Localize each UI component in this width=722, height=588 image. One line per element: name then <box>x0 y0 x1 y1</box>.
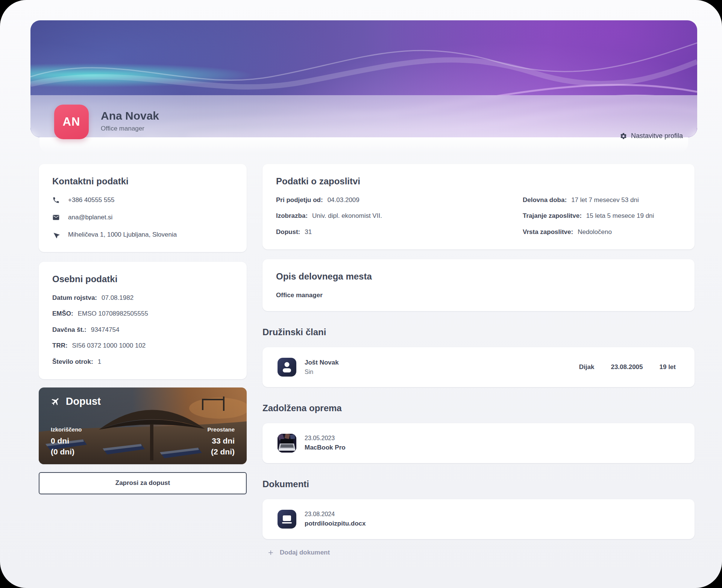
document-glyph <box>278 510 296 529</box>
add-document-label: Dodaj dokument <box>280 549 330 556</box>
employment-right: Delovna doba: 17 let 7 mesecev 53 dni Tr… <box>523 196 681 237</box>
equipment-name: MacBook Pro <box>305 444 346 451</box>
personal-field: TRR: SI56 0372 1000 1000 102 <box>52 342 233 349</box>
field-value: 15 leta 5 mesece 19 dni <box>586 212 654 220</box>
avatar-initials: AN <box>63 115 80 129</box>
employment-field: Trajanje zaposlitve: 15 leta 5 mesece 19… <box>523 212 681 220</box>
document-row[interactable]: 23.08.2024 potrdilooizpitu.docx <box>262 499 695 539</box>
equipment-row[interactable]: 23.05.2023 MacBook Pro <box>262 423 695 463</box>
person-icon <box>278 358 296 377</box>
equipment-main: 23.05.2023 MacBook Pro <box>305 435 346 451</box>
vacation-remaining-days: 33 dni <box>207 436 235 447</box>
job-description-card: Opis delovnega mesta Office manager <box>262 259 695 311</box>
family-member-status: Dijak <box>579 363 595 371</box>
personal-field: Davčna št.: 93474754 <box>52 326 233 334</box>
employment-grid: Pri podjetju od: 04.03.2009 Izobrazba: U… <box>276 196 681 237</box>
family-member-meta: Dijak 23.08.2005 19 let <box>579 363 676 371</box>
laptop-photo-glyph <box>278 434 296 453</box>
field-value: EMSO 10708982505555 <box>78 310 148 318</box>
document-main: 23.08.2024 potrdilooizpitu.docx <box>305 511 366 527</box>
field-label: EMŠO: <box>52 310 73 318</box>
employment-field: Dopust: 31 <box>276 228 523 236</box>
profile-header: AN Ana Novak Office manager Nastavitve p… <box>30 20 697 139</box>
family-member-main: Jošt Novak Sin <box>305 359 339 375</box>
field-value: 31 <box>305 228 312 236</box>
vacation-card: Dopust Izkoriščeno 0 dni (0 dni) Preosta… <box>39 387 247 464</box>
vacation-remaining-extra: (2 dni) <box>207 447 235 457</box>
vacation-used-block: Izkoriščeno 0 dni (0 dni) <box>51 426 82 457</box>
avatar: AN <box>54 105 89 139</box>
vacation-used-label: Izkoriščeno <box>51 426 82 433</box>
field-value: Nedoločeno <box>578 228 612 236</box>
employment-card: Podatki o zaposlitvi Pri podjetju od: 04… <box>262 164 695 249</box>
equipment-section-title: Zadolžena oprema <box>262 403 695 413</box>
plane-icon <box>51 397 61 406</box>
contact-phone-value: +386 40555 555 <box>68 196 114 204</box>
phone-icon <box>52 196 60 204</box>
vacation-title: Dopust <box>66 396 101 407</box>
contact-address-value: Miheličeva 1, 1000 Ljubljana, Slovenia <box>68 231 177 239</box>
field-value: 93474754 <box>91 326 120 334</box>
contact-address-row: Miheličeva 1, 1000 Ljubljana, Slovenia <box>52 231 233 239</box>
vacation-remaining-block: Preostane 33 dni (2 dni) <box>207 426 235 457</box>
contact-card: Kontaktni podatki +386 40555 555 ana@bpl… <box>39 164 247 252</box>
field-label: Delovna doba: <box>523 196 567 204</box>
family-member-row[interactable]: Jošt Novak Sin Dijak 23.08.2005 19 let <box>262 347 695 387</box>
profile-settings-label: Nastavitve profila <box>631 132 683 140</box>
equipment-date: 23.05.2023 <box>305 435 346 442</box>
page-title: Ana Novak <box>101 109 159 122</box>
header-shadow <box>39 137 688 153</box>
field-value: SI56 0372 1000 1000 102 <box>72 342 146 349</box>
location-icon <box>52 231 60 239</box>
contact-email-row: ana@bplanet.si <box>52 214 233 221</box>
job-description-title: Opis delovnega mesta <box>276 271 681 282</box>
contact-email-value: ana@bplanet.si <box>68 214 112 221</box>
vacation-remaining-label: Preostane <box>207 426 235 433</box>
family-member-age: 19 let <box>660 363 676 371</box>
field-value: 1 <box>98 358 101 366</box>
vacation-title-row: Dopust <box>51 396 101 407</box>
field-label: Število otrok: <box>52 358 93 366</box>
field-value: Univ. dipl. ekonomist VII. <box>312 212 382 220</box>
vacation-used-extra: (0 dni) <box>51 447 82 457</box>
person-glyph <box>278 358 296 377</box>
employment-card-title: Podatki o zaposlitvi <box>276 176 681 187</box>
field-label: Trajanje zaposlitve: <box>523 212 582 220</box>
add-document-button[interactable]: Dodaj dokument <box>267 549 695 556</box>
personal-field: EMŠO: EMSO 10708982505555 <box>52 310 233 318</box>
email-icon <box>52 214 60 221</box>
personal-card: Osebni podatki Datum rojstva: 07.08.1982… <box>39 262 247 379</box>
left-column: Kontaktni podatki +386 40555 555 ana@bpl… <box>39 164 247 494</box>
employee-name-block: Ana Novak Office manager <box>101 109 159 132</box>
family-member-relation: Sin <box>305 369 339 375</box>
employment-field: Delovna doba: 17 let 7 mesecev 53 dni <box>523 196 681 204</box>
contact-phone-row: +386 40555 555 <box>52 196 233 204</box>
field-label: TRR: <box>52 342 68 349</box>
personal-field: Datum rojstva: 07.08.1982 <box>52 294 233 302</box>
request-vacation-button[interactable]: Zaprosi za dopust <box>39 472 247 494</box>
field-label: Pri podjetju od: <box>276 196 323 204</box>
employment-left: Pri podjetju od: 04.03.2009 Izobrazba: U… <box>276 196 523 237</box>
document-icon <box>278 510 296 529</box>
gear-icon <box>620 132 627 140</box>
document-date: 23.08.2024 <box>305 511 366 518</box>
content-area: Kontaktni podatki +386 40555 555 ana@bpl… <box>39 164 695 556</box>
macbook-thumbnail <box>278 434 296 453</box>
employment-field: Pri podjetju od: 04.03.2009 <box>276 196 523 204</box>
family-section-title: Družinski člani <box>262 327 695 337</box>
field-label: Datum rojstva: <box>52 294 97 302</box>
field-value: 17 let 7 mesecev 53 dni <box>571 196 639 204</box>
field-label: Vrsta zaposlitve: <box>523 228 573 236</box>
field-value: 07.08.1982 <box>102 294 133 302</box>
contact-card-title: Kontaktni podatki <box>52 176 233 187</box>
employment-field: Vrsta zaposlitve: Nedoločeno <box>523 228 681 236</box>
plus-icon <box>267 549 275 556</box>
document-name: potrdilooizpitu.docx <box>305 520 366 527</box>
personal-field: Število otrok: 1 <box>52 358 233 366</box>
family-member-birthdate: 23.08.2005 <box>611 363 643 371</box>
field-label: Dopust: <box>276 228 300 236</box>
right-column: Podatki o zaposlitvi Pri podjetju od: 04… <box>262 164 695 556</box>
employee-role: Office manager <box>101 125 159 132</box>
field-label: Izobrazba: <box>276 212 308 220</box>
profile-settings-button[interactable]: Nastavitve profila <box>620 132 683 140</box>
